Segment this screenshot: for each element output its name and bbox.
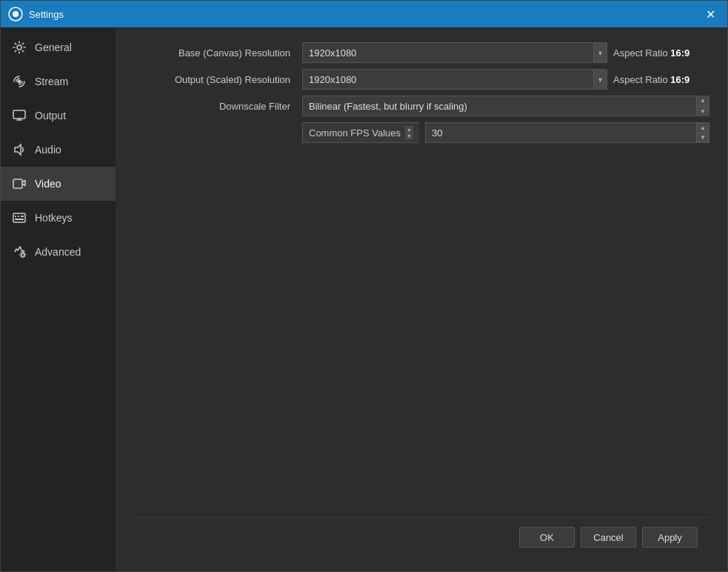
downscale-filter-label: Downscale Filter [133,101,296,112]
sidebar-label-hotkeys: Hotkeys [35,212,73,224]
sidebar-item-video[interactable]: Video [1,167,116,201]
fps-input-group: Common FPS Values ▲ ▼ 30 ▲ ▼ [302,122,709,143]
downscale-filter-combo[interactable]: Bilinear (Fastest, but blurry if scaling… [302,96,709,116]
downscale-spin-arrows: ▲ ▼ [696,96,709,116]
sidebar-item-audio[interactable]: Audio [1,133,116,167]
fps-spin-box[interactable]: 30 ▲ ▼ [425,122,709,143]
video-icon [11,176,27,192]
base-resolution-arrow[interactable]: ▾ [593,43,607,62]
advanced-icon [11,244,27,260]
svg-rect-8 [15,216,16,217]
ok-button[interactable]: OK [519,527,575,548]
svg-point-3 [18,80,21,84]
base-resolution-row: Base (Canvas) Resolution 1920x1080 ▾ Asp… [133,42,709,63]
svg-rect-4 [13,110,25,119]
base-resolution-combo[interactable]: 1920x1080 ▾ [302,42,607,63]
sidebar-item-advanced[interactable]: Advanced [1,235,116,269]
fps-value: 30 [432,127,442,139]
fps-spin-arrows: ▲ ▼ [696,123,709,142]
sidebar-label-general: General [35,41,72,53]
downscale-spin-down[interactable]: ▼ [697,107,709,117]
content-area: General Stream [1,27,727,571]
app-icon [8,7,23,21]
fps-spin-down[interactable]: ▼ [697,133,709,143]
base-resolution-label: Base (Canvas) Resolution [133,47,296,59]
svg-rect-11 [15,219,24,220]
output-resolution-arrow[interactable]: ▾ [593,70,607,89]
base-resolution-value: 1920x1080 [309,47,356,59]
downscale-filter-value: Bilinear (Fastest, but blurry if scaling… [309,101,467,112]
cancel-button[interactable]: Cancel [581,527,636,548]
output-resolution-label: Output (Scaled) Resolution [133,74,296,85]
svg-marker-5 [15,144,21,155]
main-content: Base (Canvas) Resolution 1920x1080 ▾ Asp… [116,27,727,571]
svg-point-1 [13,11,19,17]
sidebar-label-video: Video [35,178,61,190]
fps-type-label[interactable]: Common FPS Values ▲ ▼ [302,122,419,143]
apply-button[interactable]: Apply [642,527,698,548]
output-resolution-row: Output (Scaled) Resolution 1920x1080 ▾ A… [133,69,709,90]
svg-rect-9 [18,216,19,217]
stream-icon [11,73,27,90]
base-aspect-ratio: Aspect Ratio 16:9 [613,47,709,59]
output-resolution-combo[interactable]: 1920x1080 ▾ [302,69,607,90]
window-title: Settings [29,9,64,20]
sidebar-item-hotkeys[interactable]: Hotkeys [1,201,116,235]
gear-icon [11,39,27,56]
output-aspect-ratio: Aspect Ratio 16:9 [613,74,709,85]
settings-window: Settings ✕ General [0,0,728,572]
fps-spin-up[interactable]: ▲ [697,123,709,133]
audio-icon [11,142,27,158]
output-resolution-value: 1920x1080 [309,74,356,85]
svg-rect-7 [13,213,25,222]
fps-row: Common FPS Values ▲ ▼ 30 ▲ ▼ [133,122,709,143]
titlebar: Settings ✕ [1,1,727,27]
sidebar-item-output[interactable]: Output [1,99,116,133]
sidebar-label-output: Output [35,110,66,122]
footer: OK Cancel Apply [133,517,709,556]
svg-rect-6 [13,179,22,188]
svg-rect-10 [21,216,24,217]
output-icon [11,107,27,124]
sidebar-label-stream: Stream [35,76,68,87]
titlebar-left: Settings [8,7,64,21]
downscale-filter-input-group: Bilinear (Fastest, but blurry if scaling… [302,96,709,116]
output-resolution-input-group: 1920x1080 ▾ Aspect Ratio 16:9 [302,69,709,90]
sidebar-item-stream[interactable]: Stream [1,64,116,99]
fps-type-up[interactable]: ▲ [405,126,413,133]
video-settings-form: Base (Canvas) Resolution 1920x1080 ▾ Asp… [133,42,709,517]
base-resolution-input-group: 1920x1080 ▾ Aspect Ratio 16:9 [302,42,709,63]
downscale-filter-row: Downscale Filter Bilinear (Fastest, but … [133,96,709,116]
sidebar: General Stream [1,27,116,571]
fps-type-down[interactable]: ▼ [405,133,413,139]
svg-point-2 [17,45,21,50]
sidebar-item-general[interactable]: General [1,30,116,64]
downscale-spin-up[interactable]: ▲ [697,96,709,107]
sidebar-label-audio: Audio [35,144,61,156]
fps-type-arrows: ▲ ▼ [405,126,413,139]
hotkeys-icon [11,210,27,226]
sidebar-label-advanced: Advanced [35,246,81,258]
close-button[interactable]: ✕ [701,6,720,23]
